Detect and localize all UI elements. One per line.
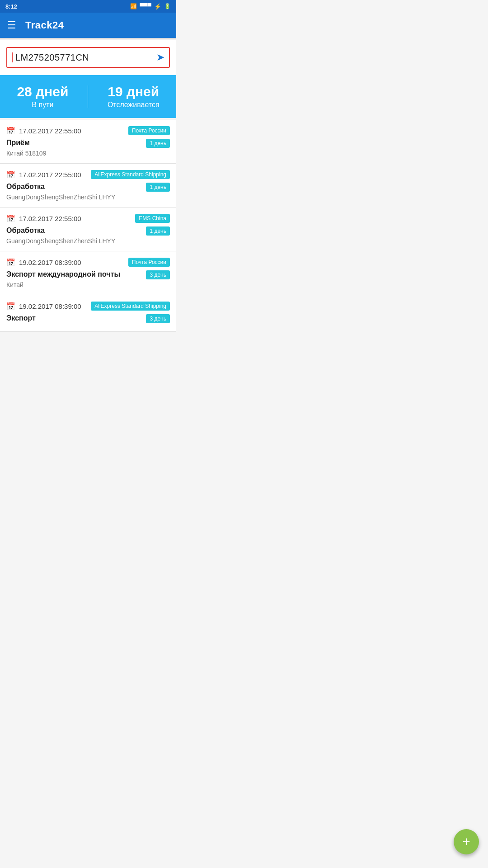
- event-datetime-text: 17.02.2017 22:55:00: [19, 127, 81, 135]
- event-body: Приём 1 день: [6, 139, 170, 148]
- event-service-badge: AliExpress Standard Shipping: [91, 170, 170, 179]
- event-location: GuangDongShengShenZhenShi LHYY: [6, 237, 170, 245]
- top-bar: ☰ Track24: [0, 13, 176, 38]
- event-header: 📅 17.02.2017 22:55:00 EMS China: [6, 214, 170, 223]
- stats-banner: 28 дней В пути 19 дней Отслеживается: [0, 75, 176, 118]
- event-datetime-text: 19.02.2017 08:39:00: [19, 302, 81, 310]
- event-days-badge: 1 день: [146, 139, 170, 148]
- stat-in-transit-value: 28 дней: [17, 84, 68, 99]
- event-datetime: 📅 17.02.2017 22:55:00: [6, 127, 81, 135]
- tracking-event-item: 📅 17.02.2017 22:55:00 EMS China Обработк…: [0, 208, 176, 251]
- stats-divider: [88, 85, 88, 108]
- calendar-icon: 📅: [6, 127, 15, 135]
- event-status: Экспорт международной почты: [6, 270, 120, 278]
- text-cursor: [12, 52, 13, 62]
- event-days-badge: 3 день: [146, 314, 170, 323]
- event-datetime: 📅 19.02.2017 08:39:00: [6, 302, 81, 311]
- calendar-icon: 📅: [6, 214, 15, 223]
- event-days-badge: 1 день: [146, 183, 170, 192]
- event-status: Экспорт: [6, 314, 36, 322]
- event-datetime-text: 17.02.2017 22:55:00: [19, 171, 81, 179]
- calendar-icon: 📅: [6, 170, 15, 179]
- charging-icon: ⚡: [154, 3, 161, 10]
- event-datetime: 📅 17.02.2017 22:55:00: [6, 170, 81, 179]
- hamburger-menu-icon[interactable]: ☰: [7, 19, 16, 31]
- stat-tracked-value: 19 дней: [108, 84, 160, 99]
- status-icons: 📶 ▀▀▀ ⚡ 🔋: [130, 3, 171, 10]
- event-body: Экспорт международной почты 3 день: [6, 270, 170, 279]
- status-bar: 8:12 📶 ▀▀▀ ⚡ 🔋: [0, 0, 176, 13]
- stat-in-transit-label: В пути: [17, 101, 68, 109]
- event-status: Приём: [6, 139, 30, 147]
- tracking-event-item: 📅 19.02.2017 08:39:00 AliExpress Standar…: [0, 295, 176, 332]
- event-datetime: 📅 17.02.2017 22:55:00: [6, 214, 81, 223]
- event-datetime-text: 17.02.2017 22:55:00: [19, 215, 81, 222]
- event-service-badge: Почта России: [128, 126, 170, 135]
- event-body: Обработка 1 день: [6, 226, 170, 236]
- event-location: Китай 518109: [6, 150, 170, 157]
- stat-tracked: 19 дней Отслеживается: [108, 84, 160, 109]
- calendar-icon: 📅: [6, 258, 15, 267]
- event-location: GuangDongShengShenZhenShi LHYY: [6, 193, 170, 201]
- app-title: Track24: [25, 19, 64, 31]
- event-body: Экспорт 3 день: [6, 314, 170, 323]
- wifi-icon: 📶: [130, 3, 137, 9]
- event-status: Обработка: [6, 226, 45, 235]
- stat-in-transit: 28 дней В пути: [17, 84, 68, 109]
- status-time: 8:12: [5, 3, 17, 10]
- tracking-event-item: 📅 17.02.2017 22:55:00 AliExpress Standar…: [0, 164, 176, 208]
- calendar-icon: 📅: [6, 302, 15, 311]
- event-header: 📅 17.02.2017 22:55:00 AliExpress Standar…: [6, 170, 170, 179]
- event-days-badge: 1 день: [146, 226, 170, 236]
- event-datetime: 📅 19.02.2017 08:39:00: [6, 258, 81, 267]
- search-box[interactable]: LM275205771CN ➤: [6, 47, 170, 68]
- battery-icon: 🔋: [164, 3, 171, 9]
- tracking-event-item: 📅 19.02.2017 08:39:00 Почта России Экспо…: [0, 251, 176, 295]
- event-header: 📅 17.02.2017 22:55:00 Почта России: [6, 126, 170, 135]
- event-service-badge: Почта России: [128, 258, 170, 267]
- event-service-badge: AliExpress Standard Shipping: [91, 302, 170, 311]
- event-header: 📅 19.02.2017 08:39:00 AliExpress Standar…: [6, 302, 170, 311]
- event-datetime-text: 19.02.2017 08:39:00: [19, 259, 81, 266]
- signal-icon: ▀▀▀: [140, 3, 151, 9]
- send-button[interactable]: ➤: [153, 52, 164, 63]
- event-days-badge: 3 день: [146, 270, 170, 279]
- stat-tracked-label: Отслеживается: [108, 101, 160, 109]
- event-status: Обработка: [6, 183, 45, 191]
- event-service-badge: EMS China: [135, 214, 170, 223]
- event-location: Китай: [6, 281, 170, 288]
- event-header: 📅 19.02.2017 08:39:00 Почта России: [6, 258, 170, 267]
- events-list: 📅 17.02.2017 22:55:00 Почта России Приём…: [0, 120, 176, 332]
- tracking-number-input[interactable]: LM275205771CN: [15, 52, 153, 63]
- search-area: LM275205771CN ➤: [0, 40, 176, 75]
- event-body: Обработка 1 день: [6, 183, 170, 192]
- tracking-event-item: 📅 17.02.2017 22:55:00 Почта России Приём…: [0, 120, 176, 164]
